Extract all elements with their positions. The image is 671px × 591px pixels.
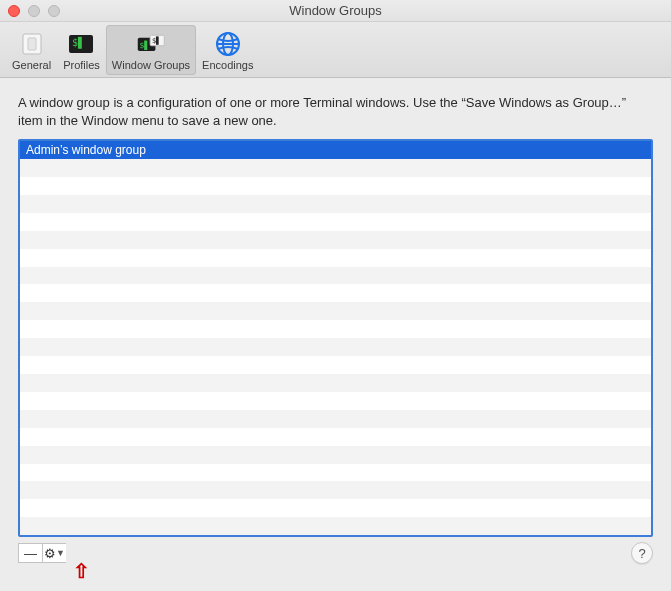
svg-text:$▋: $▋: [72, 36, 84, 49]
tab-profiles[interactable]: $▋ Profiles: [57, 25, 106, 75]
preferences-toolbar: General $▋ Profiles $▋ $▋ Window Groups: [0, 22, 671, 78]
description-text: A window group is a configuration of one…: [18, 94, 653, 129]
list-row[interactable]: [20, 392, 651, 410]
tab-label: Profiles: [63, 59, 100, 71]
titlebar: Window Groups: [0, 0, 671, 22]
svg-rect-1: [28, 38, 36, 50]
list-row[interactable]: [20, 374, 651, 392]
tab-label: Window Groups: [112, 59, 190, 71]
chevron-down-icon: ▼: [56, 548, 65, 558]
tab-general[interactable]: General: [6, 25, 57, 75]
list-row[interactable]: [20, 177, 651, 195]
tab-window-groups[interactable]: $▋ $▋ Window Groups: [106, 25, 196, 75]
list-row[interactable]: [20, 446, 651, 464]
list-row[interactable]: [20, 302, 651, 320]
list-row[interactable]: [20, 267, 651, 285]
window-groups-icon: $▋ $▋: [136, 31, 166, 57]
window-title: Window Groups: [0, 3, 671, 18]
list-row[interactable]: [20, 410, 651, 428]
list-row[interactable]: [20, 356, 651, 374]
tab-encodings[interactable]: Encodings: [196, 25, 259, 75]
list-row[interactable]: [20, 159, 651, 177]
profiles-icon: $▋: [66, 31, 96, 57]
list-row[interactable]: [20, 338, 651, 356]
list-row[interactable]: [20, 464, 651, 482]
svg-text:$▋: $▋: [152, 36, 161, 45]
list-row[interactable]: [20, 284, 651, 302]
help-icon: ?: [638, 546, 645, 561]
gear-icon: ⚙: [44, 546, 56, 561]
window-groups-list[interactable]: Admin’s window group: [18, 139, 653, 537]
list-footer: — ⚙ ▼ ? ⇧: [18, 543, 653, 563]
list-row[interactable]: [20, 499, 651, 517]
list-row[interactable]: [20, 195, 651, 213]
tab-label: General: [12, 59, 51, 71]
list-row[interactable]: [20, 481, 651, 499]
list-row[interactable]: [20, 517, 651, 535]
general-icon: [17, 31, 47, 57]
list-row[interactable]: [20, 231, 651, 249]
actions-menu-button[interactable]: ⚙ ▼: [42, 543, 66, 563]
svg-text:$▋: $▋: [139, 39, 149, 49]
remove-button[interactable]: —: [18, 543, 42, 563]
minus-icon: —: [24, 546, 37, 561]
help-button[interactable]: ?: [631, 542, 653, 564]
list-row[interactable]: [20, 213, 651, 231]
tab-label: Encodings: [202, 59, 253, 71]
red-arrow-annotation: ⇧: [73, 561, 90, 581]
list-row[interactable]: [20, 320, 651, 338]
list-row[interactable]: [20, 249, 651, 267]
list-row[interactable]: Admin’s window group: [20, 141, 651, 159]
encodings-icon: [213, 31, 243, 57]
list-row[interactable]: [20, 428, 651, 446]
content-pane: A window group is a configuration of one…: [0, 78, 671, 573]
